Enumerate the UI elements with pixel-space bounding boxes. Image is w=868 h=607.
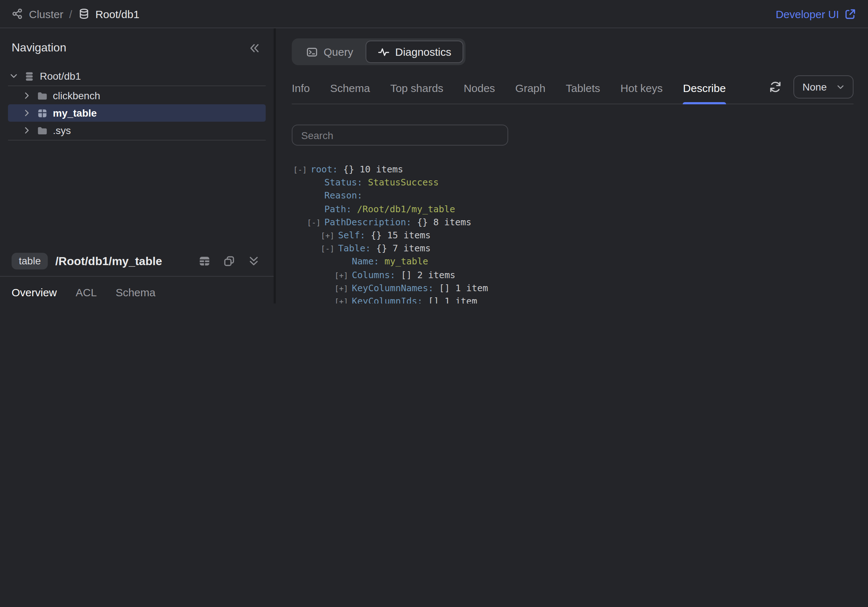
tab-hot-keys[interactable]: Hot keys [620, 73, 663, 104]
collapse-node-toggle[interactable]: [-] [293, 163, 311, 176]
tab-schema[interactable]: Schema [115, 277, 155, 303]
tree-key: KeyColumnNames: [352, 282, 434, 295]
double-chevron-down-icon[interactable] [248, 255, 260, 267]
tree-key: Columns: [352, 269, 395, 281]
terminal-icon [306, 46, 318, 57]
expand-node-toggle[interactable]: [+] [335, 282, 352, 295]
chevron-right-icon[interactable] [22, 125, 32, 135]
nav-row-label: Root/db1 [40, 70, 81, 82]
developer-ui-link[interactable]: Developer UI [776, 8, 856, 20]
tab-tablets[interactable]: Tablets [566, 73, 600, 104]
tree-key: Reason: [324, 189, 362, 202]
tab-nodes[interactable]: Nodes [464, 73, 495, 104]
describe-json-tree: [-]root: {} 10 itemsStatus: StatusSucces… [292, 163, 854, 303]
nav-row--sys[interactable]: .sys [8, 122, 266, 139]
tree-value: /Root/db1/my_table [352, 202, 455, 216]
tree-row-keycolumnids: [+]KeyColumnIds: [] 1 item [293, 295, 854, 303]
tab-describe[interactable]: Describe [683, 73, 726, 104]
search-input[interactable] [292, 124, 508, 146]
tree-row-self: [+]Self: {} 15 items [293, 229, 854, 242]
collapse-node-toggle[interactable]: [-] [307, 216, 324, 229]
expand-node-toggle[interactable]: [+] [321, 229, 338, 242]
nav-row-root-db1[interactable]: Root/db1 [8, 67, 266, 85]
nav-row-label: clickbench [53, 90, 100, 101]
tree-key: Table: [338, 242, 370, 255]
tree-row-path: Path: /Root/db1/my_table [293, 202, 854, 216]
breadcrumb: Cluster / Root/db1 [12, 8, 140, 20]
tree-key: Path: [324, 202, 352, 216]
tree-row-status: Status: StatusSuccess [293, 176, 854, 189]
tree-key: PathDescription: [324, 216, 412, 229]
tree-value: my_table [379, 255, 428, 269]
database-icon [78, 8, 89, 20]
main-panel: QueryDiagnostics InfoSchemaTop shardsNod… [276, 28, 868, 303]
collapse-panel-icon[interactable] [248, 42, 260, 54]
tree-key: root: [311, 163, 338, 176]
tree-row-reason: Reason: [293, 189, 854, 202]
tree-row-table: [-]Table: {} 7 items [293, 242, 854, 255]
entity-type-badge: table [12, 253, 48, 269]
database-icon [24, 71, 35, 81]
nav-divider [8, 85, 266, 86]
breadcrumb-current: Root/db1 [95, 8, 140, 20]
tree-key: Name: [352, 255, 379, 269]
switch-diagnostics[interactable]: Diagnostics [366, 40, 464, 63]
table-preview-icon[interactable] [198, 255, 211, 267]
left-panel: Navigation Root/db1clickbenchmy_table.sy… [0, 28, 276, 303]
header: Cluster / Root/db1 Developer UI [0, 0, 868, 28]
collapse-node-toggle[interactable]: [-] [321, 242, 338, 255]
tab-acl[interactable]: ACL [76, 277, 97, 303]
refresh-icon[interactable] [769, 80, 781, 93]
nav-row-my-table[interactable]: my_table [8, 104, 266, 122]
expand-node-toggle[interactable]: [+] [335, 269, 352, 281]
pulse-icon [378, 46, 389, 57]
expand-node-toggle[interactable]: [+] [335, 295, 352, 303]
tree-value: StatusSuccess [362, 176, 439, 189]
object-summary-tabs: OverviewACLSchema [0, 277, 274, 303]
entity-path: /Root/db1/my_table [55, 255, 191, 268]
tab-top-shards[interactable]: Top shards [390, 73, 443, 104]
tree-count: {} 7 items [370, 242, 431, 255]
table-icon [37, 107, 48, 118]
object-summary-panel: table /Root/db1/my_table OverviewACLSche… [0, 253, 274, 303]
tree-row-pathdescription: [-]PathDescription: {} 8 items [293, 216, 854, 229]
chevron-right-icon[interactable] [22, 90, 32, 101]
chevron-down-icon [835, 81, 846, 92]
tree-count: {} 15 items [365, 229, 431, 242]
autorefresh-value: None [803, 81, 827, 92]
nav-row-clickbench[interactable]: clickbench [8, 87, 266, 104]
nav-divider [8, 140, 266, 141]
tree-count: {} 10 items [338, 163, 403, 176]
tab-info[interactable]: Info [292, 73, 310, 104]
tree-count: {} 8 items [412, 216, 472, 229]
folder-icon [37, 90, 48, 101]
nav-row-label: .sys [53, 124, 71, 136]
nav-row-label: my_table [53, 107, 97, 119]
tab-overview[interactable]: Overview [12, 277, 57, 303]
tree-count: [] 1 item [423, 295, 477, 303]
tree-key: Status: [324, 176, 362, 189]
autorefresh-select[interactable]: None [793, 75, 854, 98]
tree-count: [] 2 items [395, 269, 455, 281]
tab-schema[interactable]: Schema [330, 73, 370, 104]
copy-icon[interactable] [223, 255, 235, 267]
navigation-tree: Root/db1clickbenchmy_table.sys [0, 67, 274, 141]
navigation-title: Navigation [12, 41, 66, 54]
query-diagnostics-switch: QueryDiagnostics [292, 39, 466, 65]
tree-row-root: [-]root: {} 10 items [293, 163, 854, 176]
tab-graph[interactable]: Graph [515, 73, 546, 104]
chevron-down-icon[interactable] [9, 71, 19, 81]
chevron-right-icon[interactable] [22, 108, 32, 118]
external-link-icon [844, 8, 856, 20]
tree-row-columns: [+]Columns: [] 2 items [293, 269, 854, 281]
switch-query[interactable]: Query [294, 40, 366, 63]
developer-ui-label: Developer UI [776, 8, 839, 20]
app-window: Cluster / Root/db1 Developer UI Navigati… [0, 0, 868, 303]
folder-icon [37, 125, 48, 136]
tree-key: Self: [338, 229, 365, 242]
switch-label: Query [324, 46, 353, 58]
breadcrumb-cluster[interactable]: Cluster [29, 8, 64, 20]
tree-key: KeyColumnIds: [352, 295, 423, 303]
cluster-icon [12, 8, 23, 20]
tree-row-keycolumnnames: [+]KeyColumnNames: [] 1 item [293, 282, 854, 295]
